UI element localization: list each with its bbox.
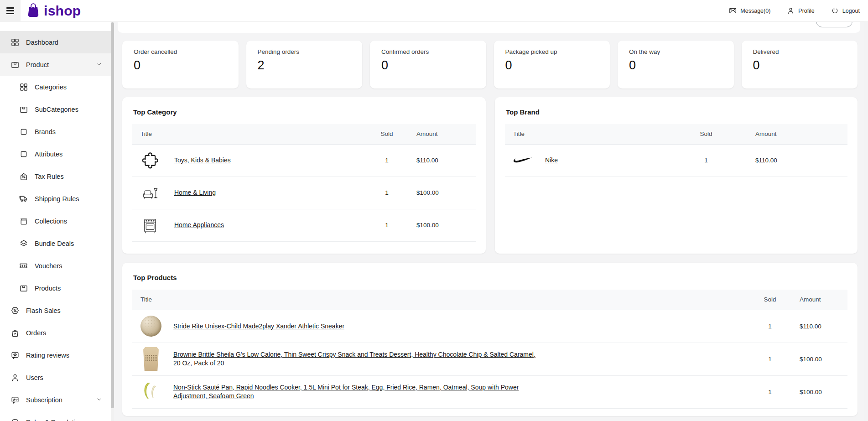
sidebar-item-collections[interactable]: Collections [0,210,114,232]
sidebar-item-rating-reviews[interactable]: Rating reviews [0,344,114,366]
sidebar-item-label: Brands [35,128,56,135]
stat-card-pending-orders: Pending orders 2 [246,41,363,88]
sofa-lamp-icon [140,183,160,203]
table-row: Non-Stick Sauté Pan, Rapid Noodles Cooke… [132,375,847,408]
hamburger-menu-button[interactable] [0,0,21,22]
top-category-table: Title Sold Amount Toys, Kids & Babies [132,124,476,242]
top-category-card: Top Category Title Sold Amount [122,97,486,254]
package-icon [19,104,28,114]
brand-name: ishop [44,4,81,18]
sidebar-scrollbar[interactable] [111,22,114,421]
sold-value: 1 [366,177,407,209]
table-row: Stride Rite Unisex-Child Made2play Xande… [132,310,847,343]
amount-value: $100.00 [407,209,476,241]
sidebar-item-tax-rules[interactable]: Tax Rules [0,165,114,187]
product-link[interactable]: Brownie Brittle Sheila G's Low Calorie, … [173,350,538,368]
logout-button[interactable]: Logout [831,7,860,15]
sidebar-item-label: Categories [35,83,67,91]
stat-value: 2 [258,58,351,73]
sidebar-item-brands[interactable]: Brands [0,120,114,143]
brand-link[interactable]: Nike [545,156,558,165]
power-icon [831,7,839,15]
sidebar-item-label: Dashboard [26,39,58,46]
stat-value: 0 [505,58,599,73]
profile-button[interactable]: Profile [787,7,814,15]
product-link[interactable]: Non-Stick Sauté Pan, Rapid Noodles Cooke… [173,383,538,400]
scrolled-card-partial [118,22,860,33]
sidebar-item-vouchers[interactable]: Vouchers [0,255,114,277]
sidebar-item-product[interactable]: Product [0,53,114,76]
messages-button[interactable]: Message(0) [729,7,770,15]
sidebar-item-label: Shipping Rules [35,195,79,203]
stat-label: Pending orders [258,48,351,55]
logout-label: Logout [842,8,860,14]
bag-check-icon [10,328,20,338]
column-header-sold: Sold [683,124,729,144]
page-scrollbar[interactable] [864,22,868,421]
sidebar-item-label: Product [26,61,49,68]
header-nav: Message(0) Profile Logout [729,7,868,15]
stat-value: 0 [134,58,227,73]
column-header-sold: Sold [752,290,788,310]
category-link[interactable]: Home & Living [174,188,216,197]
sidebar-item-label: Vouchers [35,262,62,270]
sidebar-item-label: Attributes [35,151,62,158]
stat-value: 0 [381,58,475,73]
sidebar-item-dashboard[interactable]: Dashboard [0,31,114,53]
messages-label: Message(0) [740,8,770,14]
house-percent-icon [19,172,28,181]
sidebar-item-categories[interactable]: Categories [0,76,114,98]
sidebar-item-subcategories[interactable]: SubCategories [0,98,114,120]
sidebar-item-orders[interactable]: Orders [0,322,114,344]
stat-card-package-picked-up: Package picked up 0 [494,41,610,88]
sidebar-scrollbar-thumb[interactable] [111,22,114,408]
sidebar-item-users[interactable]: Users [0,366,114,389]
percent-badge-icon [10,306,20,315]
column-header-sold: Sold [366,124,407,144]
truck-icon [19,194,28,203]
category-link[interactable]: Home Appliances [174,221,224,229]
puzzle-icon [140,151,160,170]
sidebar-item-subscription[interactable]: Subscription [0,389,114,411]
amount-value: $100.00 [407,177,476,209]
envelope-icon [729,7,737,15]
sold-value: 1 [366,144,407,177]
sidebar-item-attributes[interactable]: Attributes [0,143,114,165]
chevron-down-icon [96,396,102,404]
package-icon [19,283,28,293]
sidebar-item-products[interactable]: Products [0,277,114,299]
tag-dot-icon [19,149,28,159]
ticket-icon [19,261,28,270]
product-link[interactable]: Stride Rite Unisex-Child Made2play Xande… [173,322,344,331]
category-link[interactable]: Toys, Kids & Babies [174,156,231,165]
grid-icon [19,82,28,92]
amount-value: $110.00 [788,310,847,343]
brand-logo[interactable]: ishop [26,2,81,20]
amount-value: $100.00 [788,375,847,408]
stat-label: Delivered [753,48,847,55]
stat-label: Order cancelled [134,48,227,55]
sidebar-item-label: Rating reviews [26,352,69,359]
sidebar-item-label: Bundle Deals [35,240,74,247]
stove-icon [140,216,160,235]
table-row: Toys, Kids & Babies 1 $110.00 [132,144,476,177]
summary-row: Top Category Title Sold Amount [122,97,858,254]
stat-label: Package picked up [505,48,599,55]
partial-pill-button[interactable] [816,22,852,27]
amount-value: $110.00 [729,144,847,177]
sidebar-item-rules-regulations[interactable]: Rules & Regulations [0,411,114,421]
top-brand-title: Top Brand [506,108,847,116]
column-header-title: Title [132,290,752,310]
sneaker-product-image [140,316,161,337]
package-icon [10,60,20,69]
column-header-title: Title [505,124,683,144]
sidebar-item-shipping-rules[interactable]: Shipping Rules [0,187,114,210]
amount-value: $100.00 [788,343,847,375]
sold-value: 1 [366,209,407,241]
tag-icon [19,127,28,136]
sidebar-item-label: SubCategories [35,106,78,113]
sidebar-item-label: Flash Sales [26,307,61,314]
sidebar-item-flash-sales[interactable]: Flash Sales [0,299,114,322]
top-category-title: Top Category [133,108,476,116]
sidebar-item-bundle-deals[interactable]: Bundle Deals [0,232,114,255]
